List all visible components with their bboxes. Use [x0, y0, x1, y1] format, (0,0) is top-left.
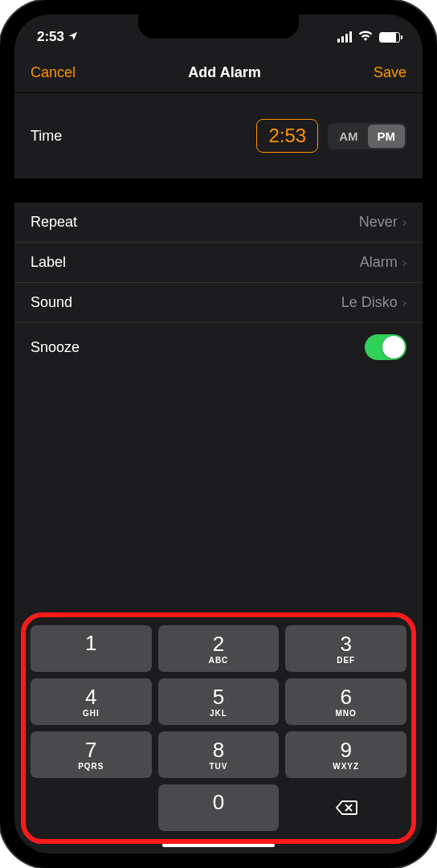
status-left: 2:53	[37, 29, 79, 45]
key-letters: GHI	[83, 709, 100, 718]
keypad-blank	[31, 784, 152, 831]
am-button[interactable]: AM	[329, 125, 367, 148]
chevron-right-icon: ›	[402, 256, 406, 270]
save-button[interactable]: Save	[374, 64, 406, 81]
sound-value: Le Disko ›	[341, 294, 406, 311]
repeat-label: Repeat	[31, 214, 77, 231]
key-number: 4	[85, 686, 96, 707]
wifi-icon	[358, 29, 373, 45]
key-number: 6	[340, 686, 351, 707]
keypad-key-2[interactable]: 2ABC	[158, 625, 280, 672]
cancel-button[interactable]: Cancel	[31, 64, 76, 81]
notch	[138, 14, 299, 39]
keypad-key-8[interactable]: 8TUV	[158, 731, 280, 778]
snooze-toggle[interactable]	[365, 334, 406, 360]
key-number: 2	[213, 633, 224, 654]
key-number: 3	[340, 633, 351, 654]
sound-label: Sound	[31, 294, 72, 311]
label-value: Alarm ›	[360, 254, 406, 271]
pm-button[interactable]: PM	[368, 125, 406, 148]
repeat-row[interactable]: Repeat Never ›	[14, 203, 423, 243]
settings-list: Repeat Never › Label Alarm › Sound	[14, 203, 423, 371]
label-label: Label	[31, 254, 66, 271]
label-row[interactable]: Label Alarm ›	[14, 243, 423, 283]
signal-icon	[337, 31, 352, 43]
section-gap	[14, 178, 423, 203]
numeric-keypad: 12ABC3DEF4GHI5JKL6MNO7PQRS8TUV9WXYZ0	[24, 617, 413, 839]
keypad-key-4[interactable]: 4GHI	[31, 678, 152, 725]
location-icon	[67, 31, 79, 44]
time-label: Time	[31, 128, 62, 145]
ampm-segment: AM PM	[328, 123, 406, 149]
time-controls: 2:53 AM PM	[256, 119, 406, 153]
content-spacer	[14, 371, 423, 611]
keypad-key-6[interactable]: 6MNO	[285, 678, 406, 725]
key-letters: DEF	[337, 656, 355, 665]
backspace-key[interactable]	[285, 784, 406, 831]
key-number: 0	[213, 792, 224, 813]
snooze-row: Snooze	[14, 323, 423, 371]
keypad-key-1[interactable]: 1	[31, 625, 152, 672]
status-time: 2:53	[37, 29, 64, 45]
keypad-key-7[interactable]: 7PQRS	[31, 731, 152, 778]
key-number: 9	[340, 739, 351, 760]
chevron-right-icon: ›	[402, 215, 406, 230]
keypad-section: 12ABC3DEF4GHI5JKL6MNO7PQRS8TUV9WXYZ0	[14, 611, 423, 854]
repeat-value: Never ›	[359, 214, 406, 231]
nav-bar: Cancel Add Alarm Save	[14, 53, 423, 93]
content: Time 2:53 AM PM Repeat Never	[14, 93, 423, 854]
key-letters: TUV	[209, 762, 227, 771]
key-letters: ABC	[209, 656, 229, 665]
key-letters: MNO	[335, 709, 356, 718]
snooze-label: Snooze	[31, 339, 80, 356]
battery-icon	[379, 32, 400, 43]
status-right	[337, 29, 400, 45]
keypad-key-3[interactable]: 3DEF	[285, 625, 406, 672]
keypad-key-0[interactable]: 0	[158, 784, 280, 831]
keypad-key-9[interactable]: 9WXYZ	[285, 731, 406, 778]
chevron-right-icon: ›	[402, 296, 406, 310]
time-value: 2:53	[268, 125, 306, 146]
device-frame: 2:53 Cancel Add Alarm Save	[0, 0, 437, 868]
page-title: Add Alarm	[188, 64, 260, 81]
sound-row[interactable]: Sound Le Disko ›	[14, 283, 423, 323]
keypad-key-5[interactable]: 5JKL	[158, 678, 280, 725]
key-number: 5	[213, 686, 224, 707]
key-letters: WXYZ	[333, 762, 359, 771]
key-letters: JKL	[210, 709, 227, 718]
key-letters: PQRS	[78, 762, 104, 771]
screen: 2:53 Cancel Add Alarm Save	[14, 14, 423, 854]
key-number: 1	[85, 633, 96, 653]
key-number: 8	[213, 739, 224, 760]
key-number: 7	[85, 739, 96, 760]
toggle-knob	[382, 336, 405, 358]
time-input[interactable]: 2:53	[256, 119, 318, 153]
time-section: Time 2:53 AM PM	[14, 93, 423, 178]
home-indicator[interactable]	[162, 843, 275, 847]
